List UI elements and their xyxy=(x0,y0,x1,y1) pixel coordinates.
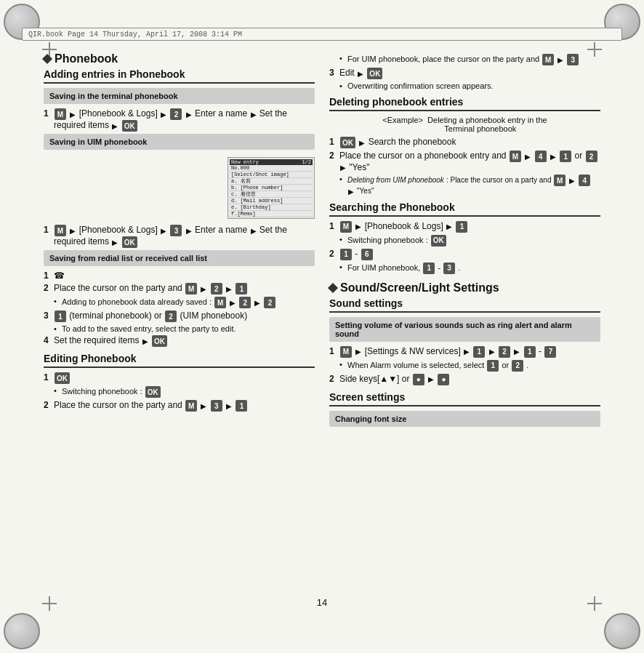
step-sound-1: 1 M ▶ [Settings & NW services] ▶ 1 ▶ 2 ▶… xyxy=(329,346,600,358)
screen-settings-title: Screen settings xyxy=(329,391,600,406)
key-1b: 1 xyxy=(55,311,66,322)
bullet-uim-place-cursor: • For UIM phonebook, place the cursor on… xyxy=(339,54,600,65)
page-number: 14 xyxy=(317,597,327,608)
key-2f: 2 xyxy=(586,151,597,162)
step-edit-2: 2 Place the cursor on the party and M ▶ … xyxy=(44,400,315,412)
key-2: 2 xyxy=(170,108,182,120)
saving-redial-box: Saving from redial list or received call… xyxy=(44,250,315,266)
ok-key-3: OK xyxy=(152,335,167,347)
ok-key-10: ● xyxy=(438,374,449,385)
sound-settings-title: Sound settings xyxy=(329,297,600,313)
bullet-switching-pb: • Switching phonebook : OK xyxy=(339,235,600,247)
right-column: • For UIM phonebook, place the cursor on… xyxy=(329,45,600,608)
key-1i: 1 xyxy=(524,346,536,358)
menu-key-10: M xyxy=(340,346,352,358)
left-column: Phonebook Adding entries in Phonebook Sa… xyxy=(44,45,315,608)
delete-example: <Example> Deleting a phonebook entry in … xyxy=(329,116,600,133)
phonebook-main-title: Phonebook xyxy=(44,52,315,65)
key-2d: 2 xyxy=(264,297,275,308)
key-1a: 1 xyxy=(236,283,247,295)
step-del-1: 1 OK ▶ Search the phonebook xyxy=(329,137,600,148)
bullet-uim-phonebook-range: • For UIM phonebook, 1 - 3 . xyxy=(339,263,600,274)
step-uim-1: 1 M ▶ [Phonebook & Logs] ▶ 3 ▶ Enter a n… xyxy=(44,225,315,248)
key-1h: 1 xyxy=(473,346,485,358)
saving-terminal-box: Saving in the terminal phonebook xyxy=(44,88,315,104)
ok-key: OK xyxy=(122,120,137,132)
key-2b: 2 xyxy=(211,283,222,295)
step-redial-2: 2 Place the cursor on the party and M ▶ … xyxy=(44,283,315,295)
menu-key: M xyxy=(55,108,66,120)
step-sound-2: 2 Side keys[▲▼] or ● ▶ ● xyxy=(329,374,600,385)
menu-key-7: M xyxy=(510,151,521,162)
main-content: Phonebook Adding entries in Phonebook Sa… xyxy=(44,45,600,608)
step-redial-4: 4 Set the required items ▶ OK xyxy=(44,335,315,347)
step-add-1: 1 M ▶ [Phonebook & Logs] ▶ 2 ▶ Enter a n… xyxy=(44,108,315,132)
ok-key-7: OK xyxy=(340,137,355,148)
diamond-icon-2 xyxy=(328,283,338,293)
searching-title: Searching the Phonebook xyxy=(329,201,600,217)
key-2h: 2 xyxy=(512,360,523,372)
key-1c: 1 xyxy=(236,400,247,412)
sound-settings-box: Setting volume of various sounds such as… xyxy=(329,317,600,342)
key-1d: 1 xyxy=(560,151,571,162)
header-bar: QIR.book Page 14 Thursday, April 17, 200… xyxy=(22,28,622,41)
screen-settings-box: Changing font size xyxy=(329,411,600,427)
menu-key-9: M xyxy=(340,221,352,233)
bullet-alarm-volume: • When Alarm volume is selected, select … xyxy=(339,360,600,372)
screenshot-container: New entry 1/2 No.000 [Select/Shot image]… xyxy=(44,154,315,222)
bullet-add-saved-entry: • To add to the saved entry, select the … xyxy=(54,324,315,333)
header-text: QIR.book Page 14 Thursday, April 17, 200… xyxy=(28,31,242,39)
key-1f: 1 xyxy=(340,249,352,260)
menu-key-5: M xyxy=(185,400,197,412)
menu-key-2: M xyxy=(55,225,66,236)
step-del-2: 2 Place the cursor on a phonebook entry … xyxy=(329,151,600,172)
menu-key-6: M xyxy=(542,54,554,65)
menu-key-3: M xyxy=(185,283,197,295)
bullet-switching-phonebook: • Switching phonebook : OK xyxy=(54,386,315,398)
corner-decoration-bl xyxy=(0,609,44,653)
key-4b: 4 xyxy=(579,175,590,186)
step-redial-1: 1 ☎ xyxy=(44,271,315,281)
sound-settings-label: Setting volume of various sounds such as… xyxy=(335,321,595,338)
bullet-delete-uim: • Deleting from UIM phonebook : Place th… xyxy=(339,175,600,196)
key-2g: 2 xyxy=(499,346,510,358)
key-1g: 1 xyxy=(423,263,435,274)
key-7: 7 xyxy=(544,346,556,358)
key-1e: 1 xyxy=(456,221,467,233)
key-3: 3 xyxy=(170,225,182,236)
step-search-2: 2 1 - 6 xyxy=(329,249,600,260)
key-2e: 2 xyxy=(165,311,177,322)
screenshot-thumbnail: New entry 1/2 No.000 [Select/Shot image]… xyxy=(228,157,315,219)
bullet-adding-saved: • Adding to phonebook data already saved… xyxy=(54,297,315,308)
changing-font-label: Changing font size xyxy=(335,414,595,423)
saving-uim-label: Saving in UIM phonebook xyxy=(49,137,309,146)
ok-key-8: OK xyxy=(431,235,446,247)
diamond-icon xyxy=(42,54,52,64)
key-3a: 3 xyxy=(211,400,222,412)
key-3c: 3 xyxy=(443,263,455,274)
ok-key-6: OK xyxy=(367,68,382,79)
editing-phonebook-title: Editing Phonebook xyxy=(44,353,315,368)
corner-decoration-br xyxy=(600,609,644,653)
step-edit-1: 1 OK xyxy=(44,372,315,384)
saving-uim-box: Saving in UIM phonebook xyxy=(44,134,315,150)
key-4a: 4 xyxy=(535,151,547,162)
key-2c: 2 xyxy=(239,297,251,308)
deleting-title: Deleting phonebook entries xyxy=(329,96,600,111)
saving-terminal-label: Saving in the terminal phonebook xyxy=(49,92,309,100)
menu-key-8: M xyxy=(554,175,565,186)
menu-key-4: M xyxy=(214,297,226,308)
step-redial-3: 3 1 (terminal phonebook) or 2 (UIM phone… xyxy=(44,311,315,322)
ok-key-4: OK xyxy=(55,372,70,384)
ok-key-5: OK xyxy=(145,386,161,398)
adding-entries-title: Adding entries in Phonebook xyxy=(44,68,315,84)
bullet-overwriting: • Overwriting confirmation screen appear… xyxy=(339,81,600,90)
sound-screen-main-title: Sound/Screen/Light Settings xyxy=(329,281,600,295)
key-1j: 1 xyxy=(487,360,499,372)
key-6: 6 xyxy=(361,249,373,260)
step-right-3: 3 Edit ▶ OK xyxy=(329,68,600,79)
ok-key-2: OK xyxy=(122,236,137,248)
ok-key-9: ● xyxy=(413,374,424,385)
key-3b: 3 xyxy=(567,54,579,65)
saving-redial-label: Saving from redial list or received call… xyxy=(49,254,309,263)
